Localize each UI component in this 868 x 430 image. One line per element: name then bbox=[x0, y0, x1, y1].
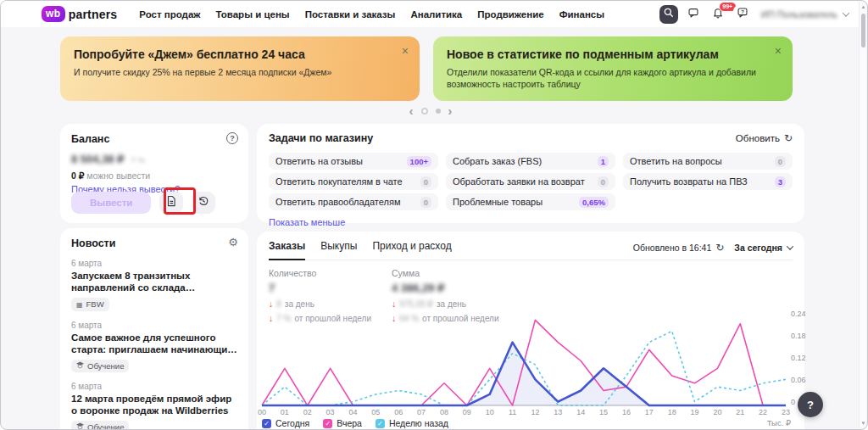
x-tick-label: 04 bbox=[345, 408, 360, 416]
carousel-dot-2[interactable] bbox=[436, 109, 441, 114]
task-label: Ответить правообладателям bbox=[275, 197, 400, 207]
banner-substituted-articles[interactable]: Новое в статистике по подменным артикула… bbox=[433, 36, 793, 101]
notifications-button[interactable]: 99+ bbox=[709, 5, 727, 24]
nav-item-4[interactable]: Аналитика bbox=[410, 9, 462, 20]
banner-subtitle: Отделили показатели QR-кода и ссылки для… bbox=[447, 66, 773, 90]
balance-help-icon[interactable]: ? bbox=[226, 132, 238, 144]
task-item[interactable]: Ответить на вопросы0 bbox=[623, 153, 793, 170]
down-arrow-icon: ↓ bbox=[392, 299, 396, 309]
checkbox-checked-icon: ✓ bbox=[262, 419, 271, 428]
scroll-down-icon[interactable]: ▼ bbox=[860, 421, 867, 426]
withdraw-button[interactable]: Вывести bbox=[71, 192, 151, 214]
balance-card: Баланс ? 8 504,38 ₽ 7 % 0 ₽ можно вывест… bbox=[60, 124, 248, 223]
balance-value-note: 7 % bbox=[131, 155, 145, 165]
task-badge: 0 bbox=[420, 176, 431, 187]
support-button[interactable]: ? bbox=[733, 5, 752, 24]
chart-canvas bbox=[262, 311, 786, 407]
news-list-item[interactable]: 6 мартаЗапускаем 8 транзитных направлени… bbox=[71, 259, 237, 311]
close-icon[interactable]: × bbox=[775, 45, 782, 57]
search-button[interactable] bbox=[659, 5, 678, 24]
task-item[interactable]: Ответить на отзывы100+ bbox=[269, 153, 438, 170]
x-tick-label: 00 bbox=[254, 408, 270, 416]
page-scrollbar[interactable]: ▲ ▼ bbox=[859, 2, 866, 428]
checkbox-checked-icon: ✓ bbox=[323, 419, 332, 428]
legend-item-3[interactable]: ✓Неделю назад bbox=[376, 418, 448, 428]
chat-button[interactable] bbox=[684, 5, 703, 24]
question-bubble-icon: ? bbox=[737, 7, 748, 22]
legend-item-1[interactable]: ✓Сегодня bbox=[262, 418, 309, 428]
help-fab-button[interactable]: ? bbox=[798, 392, 823, 417]
chat-icon bbox=[687, 7, 699, 22]
nav-item-2[interactable]: Товары и цены bbox=[215, 9, 289, 20]
news-tag: Обучение bbox=[71, 360, 129, 372]
nav-item-3[interactable]: Поставки и заказы bbox=[305, 9, 396, 20]
top-navbar: wb partners Рост продажТовары и ценыПост… bbox=[1, 1, 860, 27]
nav-item-6[interactable]: Финансы bbox=[559, 9, 604, 20]
news-date: 6 марта bbox=[71, 321, 237, 330]
task-label: Получить возвраты на ПВЗ bbox=[630, 176, 748, 187]
legend-label: Сегодня bbox=[275, 418, 309, 428]
document-report-button[interactable] bbox=[159, 192, 183, 214]
x-tick-label: 23 bbox=[778, 408, 793, 416]
tasks-grid: Ответить на отзывы100+Собрать заказ (FBS… bbox=[269, 153, 793, 210]
task-badge: 1 bbox=[598, 156, 609, 167]
change-value: 8 bbox=[276, 299, 281, 309]
tab-2[interactable]: Выкупы bbox=[320, 240, 357, 260]
task-item[interactable]: Ответить правообладателям0 bbox=[269, 193, 438, 210]
task-badge: 0,65% bbox=[579, 197, 609, 208]
change-value: 975,00 ₽ bbox=[399, 299, 433, 309]
history-button[interactable] bbox=[192, 192, 215, 214]
wb-partners-logo[interactable]: wb partners bbox=[42, 6, 117, 22]
topbar-controls: 99+ ? ИП Пользователь bbox=[659, 1, 849, 27]
x-tick-label: 16 bbox=[619, 408, 634, 416]
change-suffix: за день bbox=[285, 299, 314, 309]
carousel-dot-1[interactable] bbox=[421, 108, 428, 114]
x-tick-label: 15 bbox=[596, 408, 611, 416]
carousel-prev-icon[interactable]: ‹ bbox=[409, 105, 414, 117]
x-tick-label: 09 bbox=[459, 408, 475, 416]
account-name: ИП Пользователь bbox=[761, 9, 837, 20]
scrollbar-thumb[interactable] bbox=[861, 14, 865, 47]
task-item[interactable]: Собрать заказ (FBS)1 bbox=[446, 153, 615, 170]
warehouse-icon: ▦ bbox=[76, 299, 83, 310]
x-tick-label: 12 bbox=[527, 408, 542, 416]
x-tick-label: 01 bbox=[277, 408, 292, 416]
legend-label: Вчера bbox=[337, 418, 362, 428]
close-icon[interactable]: × bbox=[402, 45, 409, 57]
task-item[interactable]: Получить возвраты на ПВЗ3 bbox=[623, 173, 793, 190]
news-list: 6 мартаЗапускаем 8 транзитных направлени… bbox=[71, 259, 237, 430]
carousel-next-icon[interactable]: › bbox=[448, 105, 453, 117]
balance-title: Баланс bbox=[71, 133, 237, 145]
browser-viewport: wb partners Рост продажТовары и ценыПост… bbox=[0, 0, 868, 430]
news-tag-label: FBW bbox=[86, 299, 104, 309]
task-item[interactable]: Обработать заявки на возврат0 bbox=[446, 173, 615, 190]
nav-item-5[interactable]: Продвижение bbox=[477, 9, 543, 20]
account-menu[interactable]: ИП Пользователь bbox=[761, 9, 849, 20]
refresh-icon[interactable]: ↻ bbox=[715, 242, 724, 254]
x-tick-label: 13 bbox=[550, 408, 565, 416]
metric-change-row: ↓975,00 ₽за день bbox=[392, 299, 499, 309]
legend-item-2[interactable]: ✓Вчера bbox=[323, 418, 362, 428]
search-icon bbox=[663, 7, 675, 22]
down-arrow-icon: ↓ bbox=[269, 299, 273, 309]
banner-jam-trial[interactable]: Попробуйте «Джем» бесплатно 24 часа И по… bbox=[60, 36, 420, 101]
task-item[interactable]: Ответить покупателям в чате0 bbox=[269, 173, 438, 190]
y-tick-label: 0.18 bbox=[791, 332, 820, 340]
quantity-value: 7 bbox=[269, 282, 371, 294]
show-less-link[interactable]: Показать меньше bbox=[269, 217, 345, 227]
scroll-up-icon[interactable]: ▲ bbox=[860, 4, 867, 9]
news-list-item[interactable]: 6 мартаСамое важное для успешного старта… bbox=[71, 321, 237, 372]
nav-item-1[interactable]: Рост продаж bbox=[139, 9, 200, 20]
gear-icon[interactable]: ⚙ bbox=[228, 236, 238, 249]
task-item[interactable]: Проблемные товары0,65% bbox=[446, 193, 615, 210]
news-tag: Обучение bbox=[71, 421, 129, 430]
tasks-refresh-button[interactable]: Обновить ↻ bbox=[736, 132, 793, 144]
period-selector[interactable]: За сегодня bbox=[734, 243, 793, 253]
tab-3[interactable]: Приход и расход bbox=[372, 240, 451, 260]
news-list-item[interactable]: 6 марта12 марта проведём прямой эфир о в… bbox=[71, 382, 237, 430]
tab-1[interactable]: Заказы bbox=[269, 240, 305, 260]
period-value: За сегодня bbox=[734, 243, 782, 253]
balance-available-amount: 0 ₽ bbox=[71, 170, 84, 181]
task-label: Ответить на отзывы bbox=[275, 156, 363, 166]
history-icon bbox=[198, 195, 209, 210]
